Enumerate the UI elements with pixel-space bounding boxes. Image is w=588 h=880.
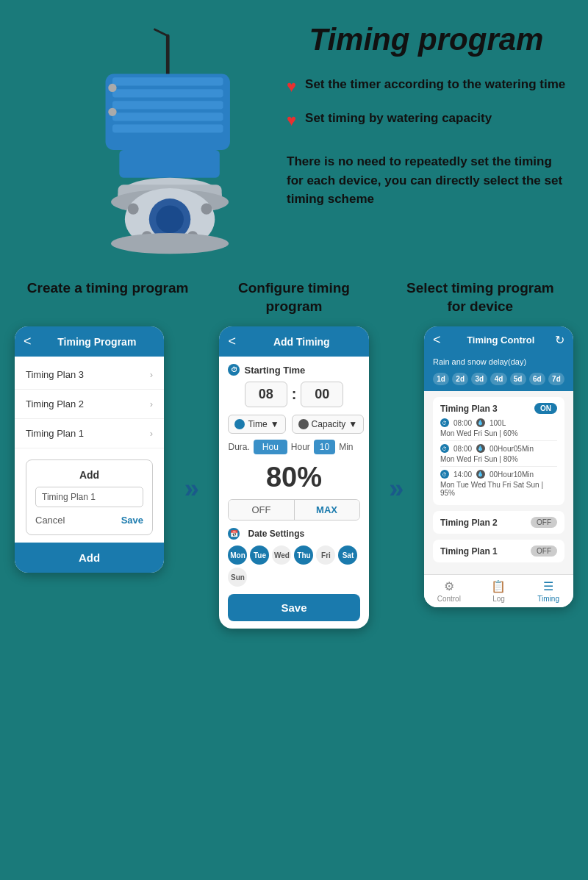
ph3-title: Timing Control bbox=[446, 335, 555, 346]
valve-illustration bbox=[37, 22, 257, 257]
product-image-container bbox=[22, 22, 272, 257]
ph2-back-icon[interactable]: < bbox=[228, 334, 236, 349]
ph3-schedule1-days: Mon Wed Fri Sun | 60% bbox=[440, 429, 557, 437]
day-btn-7d[interactable]: 7d bbox=[548, 373, 564, 385]
ph1-add-button[interactable]: Add bbox=[15, 543, 164, 573]
day-btn-1d[interactable]: 1d bbox=[433, 373, 449, 385]
ph3-nav-log[interactable]: 📋 Log bbox=[474, 579, 524, 603]
ph2-date-icon: 📅 bbox=[228, 528, 240, 540]
ph3-cap-icon-3: 💧 bbox=[476, 470, 485, 479]
ph2-max-button[interactable]: MAX bbox=[294, 500, 359, 520]
ph1-cancel-button[interactable]: Cancel bbox=[35, 515, 65, 526]
ph3-refresh-icon[interactable]: ↻ bbox=[555, 333, 564, 347]
ph2-cap-select-icon bbox=[298, 419, 309, 429]
ph3-plan1-toggle[interactable]: OFF bbox=[531, 545, 557, 557]
ph1-dialog-title: Add bbox=[35, 469, 143, 481]
ph1-back-icon[interactable]: < bbox=[24, 334, 32, 349]
ph1-plan-name-input[interactable] bbox=[35, 487, 143, 507]
plan2-label: Timing Plan 2 bbox=[26, 398, 84, 409]
ph3-plan3-toggle[interactable]: ON bbox=[534, 403, 557, 414]
day-btn-2d[interactable]: 2d bbox=[452, 373, 468, 385]
day-btn-5d[interactable]: 5d bbox=[510, 373, 526, 385]
ph1-plan-list: Timing Plan 3 › Timing Plan 2 › Timing P… bbox=[15, 357, 164, 452]
ph3-body: Timing Plan 3 ON ⏱ 08:00 💧 100L Mon Wed … bbox=[424, 391, 573, 574]
ph2-off-button[interactable]: OFF bbox=[229, 500, 293, 520]
phones-row: < Timing Program Timing Plan 3 › Timing … bbox=[15, 326, 573, 629]
svg-point-8 bbox=[108, 84, 116, 92]
ph3-plan2-name: Timing Plan 2 bbox=[440, 518, 498, 528]
ph3-time-icon-2: ⏱ bbox=[440, 444, 449, 453]
steps-row: Create a timing program Configure timing… bbox=[15, 279, 573, 315]
ph3-day-buttons: 1d 2d 3d 4d 5d 6d 7d bbox=[424, 370, 573, 391]
list-item-plan2[interactable]: Timing Plan 2 › bbox=[15, 390, 164, 419]
day-mon[interactable]: Mon bbox=[228, 545, 247, 565]
ph3-cap-icon-1: 💧 bbox=[476, 418, 485, 427]
ph2-title: Add Timing bbox=[243, 336, 360, 348]
step-title-1: Create a timing program bbox=[27, 279, 189, 315]
ph2-selectors: Time ▼ Capacity ▼ bbox=[228, 415, 359, 434]
day-sat[interactable]: Sat bbox=[338, 545, 357, 565]
ph2-starting-time-label: ⏱ Starting Time bbox=[228, 364, 359, 376]
ph3-time-icon-1: ⏱ bbox=[440, 418, 449, 427]
description-text: There is no need to repeatedly set the t… bbox=[287, 152, 566, 209]
ph2-min-value[interactable]: 10 bbox=[314, 440, 335, 454]
bullet-item-1: ♥ Set the timer according to the waterin… bbox=[287, 76, 566, 96]
phone-3-timing-control: < Timing Control ↻ Rain and snow delay(d… bbox=[424, 326, 573, 607]
plan3-label: Timing Plan 3 bbox=[26, 369, 84, 380]
ph2-header: < Add Timing bbox=[219, 326, 368, 357]
day-btn-4d[interactable]: 4d bbox=[490, 373, 506, 385]
ph3-nav-timing[interactable]: ☰ Timing bbox=[523, 579, 573, 603]
day-fri[interactable]: Fri bbox=[316, 545, 335, 565]
day-sun[interactable]: Sun bbox=[228, 568, 247, 587]
ph1-title: Timing Program bbox=[39, 336, 156, 348]
svg-point-16 bbox=[201, 204, 212, 215]
list-item-plan3[interactable]: Timing Plan 3 › bbox=[15, 360, 164, 390]
day-btn-3d[interactable]: 3d bbox=[471, 373, 487, 385]
svg-point-20 bbox=[156, 205, 184, 233]
ph1-save-button[interactable]: Save bbox=[121, 515, 143, 526]
heart-icon-2: ♥ bbox=[287, 111, 296, 130]
ph3-control-icon: ⚙ bbox=[424, 579, 474, 593]
ph3-plan1-row: Timing Plan 1 OFF bbox=[433, 540, 564, 562]
day-btn-6d[interactable]: 6d bbox=[529, 373, 545, 385]
ph3-schedule2: ⏱ 08:00 💧 00Hour05Min bbox=[440, 444, 557, 453]
svg-point-21 bbox=[111, 233, 229, 254]
svg-point-9 bbox=[108, 108, 116, 116]
day-thu[interactable]: Thu bbox=[294, 545, 313, 565]
ph3-rain-bar: Rain and snow delay(day) bbox=[424, 354, 573, 370]
ph3-schedule1: ⏱ 08:00 💧 100L bbox=[440, 418, 557, 427]
ph2-body: ⏱ Starting Time 08 : 00 Time ▼ bbox=[219, 357, 368, 629]
ph2-offmax: OFF MAX bbox=[228, 499, 359, 521]
svg-rect-7 bbox=[112, 124, 223, 132]
ph3-plan2-toggle[interactable]: OFF bbox=[531, 517, 557, 528]
ph3-log-icon: 📋 bbox=[474, 579, 524, 593]
arrow-2: » bbox=[376, 473, 417, 504]
step-title-2: Configure timing program bbox=[213, 279, 375, 315]
ph3-header: < Timing Control ↻ bbox=[424, 326, 573, 354]
ph3-back-icon[interactable]: < bbox=[433, 332, 441, 348]
ph2-time-select-icon bbox=[234, 419, 245, 429]
step-title-3: Select timing program for device bbox=[399, 279, 561, 315]
bullet-text-2: Set timing by watering capacity bbox=[305, 110, 492, 127]
ph2-clock-icon: ⏱ bbox=[228, 364, 240, 376]
list-item-plan1[interactable]: Timing Plan 1 › bbox=[15, 419, 164, 448]
ph2-dura-field[interactable]: Hou bbox=[254, 440, 287, 454]
ph3-nav-control[interactable]: ⚙ Control bbox=[424, 579, 474, 603]
day-wed[interactable]: Wed bbox=[272, 545, 291, 565]
ph3-time-icon-3: ⏱ bbox=[440, 470, 449, 479]
day-tue[interactable]: Tue bbox=[250, 545, 269, 565]
ph3-plan3-row: Timing Plan 3 ON ⏱ 08:00 💧 100L Mon Wed … bbox=[433, 397, 564, 505]
ph2-save-button[interactable]: Save bbox=[228, 594, 359, 621]
ph3-plan1-name: Timing Plan 1 bbox=[440, 546, 498, 557]
ph2-hour-box[interactable]: 08 bbox=[245, 382, 287, 407]
plan1-label: Timing Plan 1 bbox=[26, 428, 84, 439]
ph2-capacity-selector[interactable]: Capacity ▼ bbox=[292, 415, 365, 434]
ph2-time-row: 08 : 00 bbox=[228, 382, 359, 407]
ph2-dura-row: Dura. Hou Hour 10 Min bbox=[228, 440, 359, 454]
plan2-chevron: › bbox=[150, 398, 153, 409]
ph2-minute-box[interactable]: 00 bbox=[301, 382, 343, 407]
ph2-time-selector[interactable]: Time ▼ bbox=[228, 415, 285, 434]
ph3-timing-icon: ☰ bbox=[523, 579, 573, 593]
bottom-section: Create a timing program Configure timing… bbox=[0, 272, 588, 651]
heart-icon-1: ♥ bbox=[287, 77, 296, 96]
